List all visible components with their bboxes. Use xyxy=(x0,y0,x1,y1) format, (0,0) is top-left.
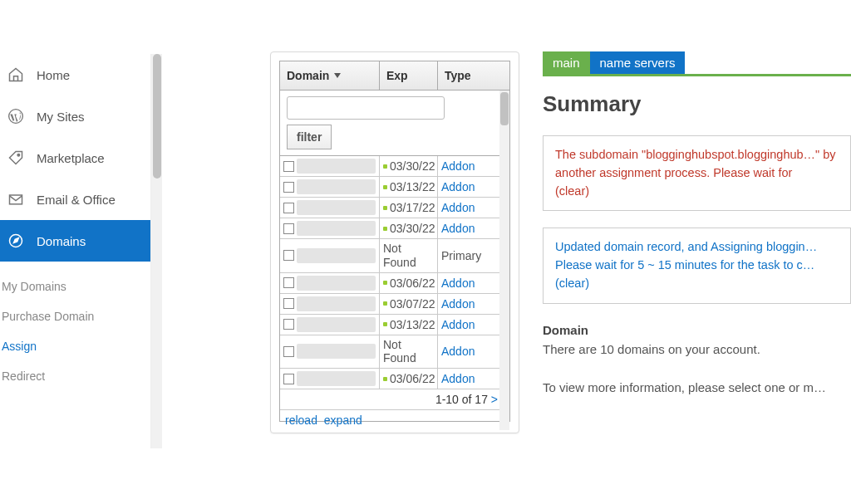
table-row[interactable]: 03/17/22Addon xyxy=(280,198,509,218)
info-clear-link[interactable]: (clear) xyxy=(555,276,589,290)
cell-exp: 03/17/22 xyxy=(380,198,438,218)
nav-marketplace[interactable]: Marketplace xyxy=(0,137,162,179)
col-header-type[interactable]: Type xyxy=(438,61,509,90)
redacted-domain xyxy=(297,371,376,386)
status-dot-icon xyxy=(383,281,387,285)
row-checkbox[interactable] xyxy=(283,374,294,384)
summary-panel: main name servers Summary The subdomain … xyxy=(543,51,851,504)
domain-card: Domain Exp Type filter03/30/22Addon03/13… xyxy=(270,51,519,433)
status-dot-icon xyxy=(383,301,387,306)
table-row[interactable]: 03/06/22Addon xyxy=(280,369,509,389)
error-clear-link[interactable]: (clear) xyxy=(555,184,589,198)
nav-label: Marketplace xyxy=(37,151,105,165)
nav-label: My Sites xyxy=(37,110,85,124)
table-row[interactable]: Not FoundAddon xyxy=(280,335,509,369)
redacted-domain xyxy=(297,296,376,311)
table-scrollbar[interactable] xyxy=(499,91,509,430)
redacted-domain xyxy=(297,159,376,174)
nav-my-sites[interactable]: My Sites xyxy=(0,95,162,137)
redacted-domain xyxy=(297,221,376,236)
redacted-domain xyxy=(297,344,376,359)
redacted-domain xyxy=(297,276,376,291)
cell-domain xyxy=(280,218,380,238)
sidebar: Home My Sites Marketplace Email & Office… xyxy=(0,0,162,504)
filter-input[interactable] xyxy=(287,96,445,120)
cell-domain xyxy=(280,294,380,314)
action-expand[interactable]: expand xyxy=(324,413,362,427)
cell-domain xyxy=(280,335,380,369)
filter-button[interactable]: filter xyxy=(287,125,332,149)
table-row[interactable]: 03/13/22Addon xyxy=(280,177,509,198)
action-reload[interactable]: reload xyxy=(285,413,317,427)
nav-email-office[interactable]: Email & Office xyxy=(0,179,162,220)
table-row[interactable]: 03/13/22Addon xyxy=(280,315,509,335)
exp-value: Not Found xyxy=(383,242,434,270)
domain-label: Domain xyxy=(543,321,851,340)
pager-text: 1-10 of 17 xyxy=(435,393,491,406)
exp-value: Not Found xyxy=(383,338,434,366)
cell-exp: 03/30/22 xyxy=(380,218,438,238)
domain-info: Domain There are 10 domains on your acco… xyxy=(543,321,851,398)
table-scroll: filter03/30/22Addon03/13/22Addon03/17/22… xyxy=(280,91,509,430)
tag-icon xyxy=(7,149,25,167)
sidebar-scroll-thumb[interactable] xyxy=(153,54,161,179)
cell-exp: 03/06/22 xyxy=(380,273,438,293)
row-checkbox[interactable] xyxy=(283,250,294,261)
table-row[interactable]: 03/30/22Addon xyxy=(280,218,509,239)
row-checkbox[interactable] xyxy=(283,298,294,309)
nav-home[interactable]: Home xyxy=(0,54,162,95)
cell-exp: 03/30/22 xyxy=(380,156,438,176)
col-header-domain[interactable]: Domain xyxy=(280,61,380,90)
info-message-text: Updated domain record, and Assigning blo… xyxy=(555,240,817,272)
subnav-purchase-domain[interactable]: Purchase Domain xyxy=(0,301,162,331)
exp-value: 03/06/22 xyxy=(390,372,435,385)
nav-label: Domains xyxy=(37,234,86,248)
cell-exp: 03/13/22 xyxy=(380,177,438,197)
tab-main[interactable]: main xyxy=(543,51,590,74)
filter-row: filter xyxy=(280,91,509,156)
subnav-assign[interactable]: Assign xyxy=(0,331,162,361)
cell-exp: 03/13/22 xyxy=(380,315,438,335)
exp-value: 03/30/22 xyxy=(390,159,435,173)
row-checkbox[interactable] xyxy=(283,223,294,234)
svg-point-1 xyxy=(17,154,20,156)
table-scroll-thumb[interactable] xyxy=(500,92,509,125)
domain-panel: Domain Exp Type filter03/30/22Addon03/13… xyxy=(279,61,510,422)
status-dot-icon xyxy=(383,377,387,381)
subnav-redirect[interactable]: Redirect xyxy=(0,361,162,391)
col-header-domain-label: Domain xyxy=(287,69,329,82)
wordpress-icon xyxy=(7,107,25,125)
cell-exp: 03/07/22 xyxy=(380,294,438,314)
table-row[interactable]: 03/30/22Addon xyxy=(280,156,509,177)
status-dot-icon xyxy=(383,227,387,231)
pager-next[interactable]: > xyxy=(491,393,498,406)
row-checkbox[interactable] xyxy=(283,319,294,330)
error-message: The subdomain "blogginghubspot.bloggingh… xyxy=(543,135,851,211)
row-checkbox[interactable] xyxy=(283,346,294,357)
info-message: Updated domain record, and Assigning blo… xyxy=(543,228,851,303)
nav-domains[interactable]: Domains xyxy=(0,220,162,262)
subnav-my-domains[interactable]: My Domains xyxy=(0,272,162,301)
status-dot-icon xyxy=(383,322,387,326)
cell-domain xyxy=(280,273,380,293)
table-row[interactable]: 03/07/22Addon xyxy=(280,294,509,315)
table-row[interactable]: Not FoundPrimary xyxy=(280,239,509,273)
cell-exp: Not Found xyxy=(380,335,438,369)
table-actions: reload expand xyxy=(280,410,509,430)
col-header-exp[interactable]: Exp xyxy=(380,61,438,90)
row-checkbox[interactable] xyxy=(283,182,294,193)
tabs: main name servers xyxy=(543,51,851,76)
row-checkbox[interactable] xyxy=(283,277,294,288)
exp-value: 03/07/22 xyxy=(390,297,435,311)
sidebar-scrollbar[interactable] xyxy=(150,54,162,448)
cell-domain xyxy=(280,156,380,176)
tab-name-servers[interactable]: name servers xyxy=(590,51,686,74)
table-pager: 1-10 of 17 > xyxy=(280,389,509,410)
row-checkbox[interactable] xyxy=(283,161,294,172)
sort-caret-icon xyxy=(334,73,341,78)
exp-value: 03/13/22 xyxy=(390,180,435,193)
table-row[interactable]: 03/06/22Addon xyxy=(280,273,509,294)
row-checkbox[interactable] xyxy=(283,203,294,213)
exp-value: 03/30/22 xyxy=(390,222,435,235)
table-header: Domain Exp Type xyxy=(280,61,509,91)
